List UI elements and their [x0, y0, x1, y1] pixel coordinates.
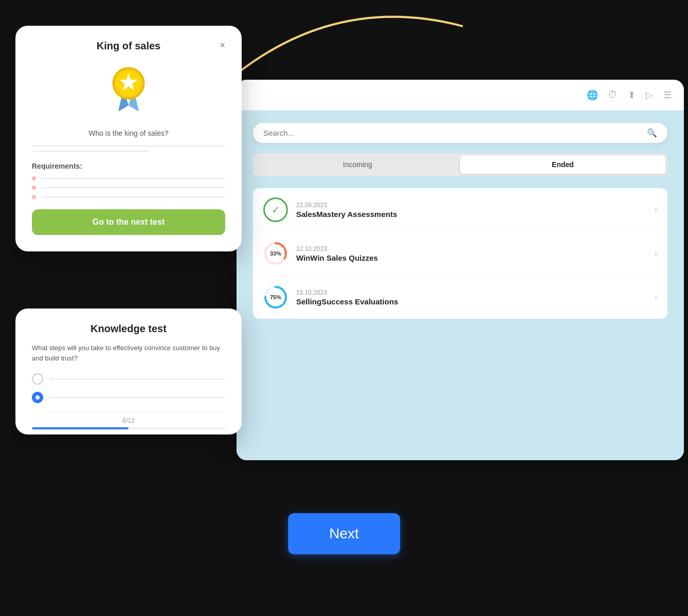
list-item-info: 15.10.2023 SellingSuccess Evaluations	[296, 289, 646, 306]
modal-close-button[interactable]: ×	[220, 40, 225, 51]
tab-ended[interactable]: Ended	[460, 155, 665, 174]
list-item-info: 22.09.2023 SalesMastery Assessments	[296, 202, 646, 219]
list-item[interactable]: ✓ 22.09.2023 SalesMastery Assessments ›	[253, 188, 667, 232]
tabs-row: Incoming Ended	[253, 153, 667, 176]
progress-label-75: 75%	[263, 285, 288, 310]
tab-incoming[interactable]: Incoming	[255, 155, 460, 174]
progress-track	[32, 427, 225, 429]
upload-icon[interactable]: ⬆	[628, 89, 636, 101]
knowledge-test-modal: Knowledge test What steps will you take …	[15, 309, 242, 434]
item-name: SellingSuccess Evaluations	[296, 297, 646, 306]
req-dot	[32, 195, 36, 199]
req-item-3	[32, 195, 225, 199]
list-item[interactable]: 33% 12.10.2023 WinWin Sales Quizzes ›	[253, 232, 667, 276]
radio-option-2[interactable]	[32, 392, 225, 403]
progress-fill	[32, 427, 129, 429]
req-line	[41, 178, 225, 179]
app-header: 🌐 ⏱ ⬆ ▷ ☰	[237, 80, 684, 111]
req-dot	[32, 186, 36, 190]
radio-unselected[interactable]	[32, 373, 43, 385]
king-of-sales-modal: King of sales × Who is the king of sales…	[15, 26, 242, 251]
clock-icon[interactable]: ⏱	[608, 89, 618, 100]
progress-label-33: 33%	[263, 241, 288, 266]
progress-circle-75: 75%	[263, 285, 288, 310]
search-input[interactable]	[263, 129, 642, 137]
progress-fraction: 6/12	[32, 417, 225, 424]
item-name: SalesMastery Assessments	[296, 210, 646, 219]
search-bar: 🔍	[253, 123, 667, 143]
req-line	[41, 187, 225, 188]
item-date: 15.10.2023	[296, 289, 646, 296]
modal-king-question: Who is the king of sales?	[32, 129, 225, 137]
next-button[interactable]: Next	[288, 513, 400, 554]
chevron-right-icon: ›	[655, 293, 657, 302]
play-icon[interactable]: ▷	[646, 89, 653, 101]
knowledge-question: What steps will you take to effectively …	[32, 343, 225, 363]
req-dot	[32, 176, 36, 180]
requirements-label: Requirements:	[32, 162, 225, 170]
app-body: 🔍 Incoming Ended ✓ 22.09.2023 SalesMaste…	[237, 111, 684, 460]
description-line-2	[32, 151, 148, 152]
chevron-right-icon: ›	[655, 249, 657, 258]
list-item-info: 12.10.2023 WinWin Sales Quizzes	[296, 245, 646, 262]
item-date: 12.10.2023	[296, 245, 646, 252]
modal-king-title: King of sales	[97, 40, 160, 52]
globe-icon[interactable]: 🌐	[587, 89, 598, 101]
assessments-list: ✓ 22.09.2023 SalesMastery Assessments › …	[253, 188, 667, 319]
chevron-right-icon: ›	[655, 205, 657, 214]
progress-circle-33: 33%	[263, 241, 288, 266]
knowledge-test-title: Knowledge test	[32, 323, 225, 335]
search-icon[interactable]: 🔍	[647, 128, 657, 138]
medal-icon	[105, 60, 152, 117]
description-line-1	[32, 146, 225, 147]
modal-king-header: King of sales ×	[32, 40, 225, 52]
list-item[interactable]: 75% 15.10.2023 SellingSuccess Evaluation…	[253, 276, 667, 319]
go-to-next-test-button[interactable]: Go to the next test	[32, 209, 225, 235]
req-line	[41, 196, 225, 197]
item-date: 22.09.2023	[296, 202, 646, 209]
progress-bar-container: 6/12	[32, 411, 225, 434]
radio-option-1[interactable]	[32, 373, 225, 385]
requirements-section: Requirements:	[32, 162, 225, 199]
item-name: WinWin Sales Quizzes	[296, 253, 646, 262]
description-lines	[32, 146, 225, 152]
radio-selected[interactable]	[32, 392, 43, 403]
medal-container	[32, 60, 225, 119]
complete-icon: ✓	[263, 197, 288, 222]
answer-line	[49, 378, 225, 379]
menu-icon[interactable]: ☰	[663, 89, 672, 101]
req-item-1	[32, 176, 225, 180]
req-item-2	[32, 186, 225, 190]
app-panel: 🌐 ⏱ ⬆ ▷ ☰ 🔍 Incoming Ended ✓ 22.09.2023 …	[237, 80, 684, 460]
answer-line	[49, 397, 225, 398]
